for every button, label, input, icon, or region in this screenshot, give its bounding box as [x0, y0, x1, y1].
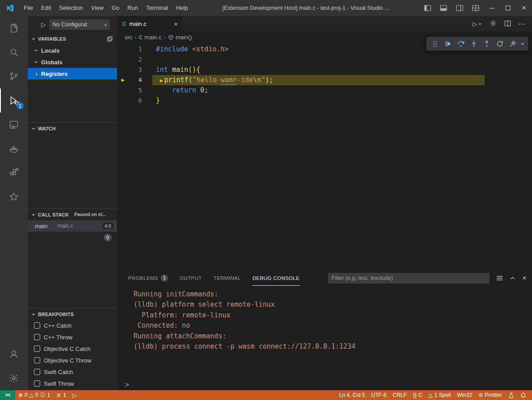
breakpoint-item[interactable]: C++ Catch [28, 320, 117, 331]
menu-lines-icon[interactable] [496, 275, 503, 281]
problems-status[interactable]: ⊗0 △0 ⓘ1 [15, 390, 53, 400]
start-debug-icon[interactable]: ▷ [41, 21, 46, 28]
code-line[interactable]: 2 [117, 54, 532, 65]
code-line[interactable]: ▶4 ▶printf("hello wamr-ide\n"); [117, 75, 532, 85]
breakpoints-section-header[interactable]: › BREAKPOINTS [28, 308, 117, 320]
explorer-icon[interactable] [0, 16, 28, 40]
close-button[interactable]: × [516, 0, 532, 16]
breakpoint-checkbox[interactable] [34, 346, 40, 352]
console-output[interactable]: Running initCommands:(lldb) platform sel… [117, 286, 532, 379]
search-icon[interactable] [0, 40, 28, 64]
variables-item-registers[interactable]: ›Registers [28, 68, 117, 79]
breakpoint-gutter[interactable] [117, 65, 129, 75]
console-input[interactable]: > [117, 379, 532, 390]
breadcrumb-item[interactable]: Cmain.c [139, 34, 162, 41]
chevron-up-icon[interactable] [510, 276, 515, 280]
maximize-button[interactable] [500, 0, 516, 16]
step-out-button[interactable] [481, 38, 493, 50]
menu-view[interactable]: View [87, 0, 108, 16]
code-editor[interactable]: 1#include <stdio.h>23int main(){▶4 ▶prin… [117, 43, 532, 270]
menu-terminal[interactable]: Terminal [142, 0, 172, 16]
disconnect-button[interactable] [507, 38, 519, 50]
formatter-status[interactable]: ⊘Prettier [475, 390, 505, 400]
menu-edit[interactable]: Edit [37, 0, 55, 16]
settings-gear-icon[interactable] [0, 366, 28, 390]
variables-item-globals[interactable]: ›Globals [28, 56, 117, 68]
notifications-bell[interactable] [517, 390, 529, 400]
breadcrumb-item[interactable]: main() [168, 34, 192, 41]
close-tab-icon[interactable]: × [174, 20, 178, 28]
console-filter-input[interactable] [328, 273, 490, 283]
menu-help[interactable]: Help [172, 0, 192, 16]
watch-section-header[interactable]: › WATCH [28, 122, 117, 134]
star-icon[interactable] [0, 185, 28, 209]
menu-run[interactable]: Run [123, 0, 142, 16]
docker-icon[interactable] [0, 137, 28, 161]
source-control-icon[interactable] [0, 64, 28, 88]
drag-handle[interactable] [429, 38, 441, 50]
run-and-debug-icon[interactable]: 1 [0, 88, 28, 112]
panel-tab-terminal[interactable]: TERMINAL [214, 271, 241, 286]
encoding-indicator[interactable]: UTF-8 [368, 390, 390, 400]
extensions-icon[interactable] [0, 161, 28, 185]
toggle-panel-button[interactable] [436, 0, 452, 16]
run-file-button[interactable]: ▷ [473, 21, 482, 27]
breakpoint-item[interactable]: Objective C Throw [28, 354, 117, 366]
menu-selection[interactable]: Selection [55, 0, 87, 16]
chevron-down-icon[interactable] [520, 42, 525, 46]
breadcrumb-item[interactable]: src [125, 34, 132, 41]
tab-main-c[interactable]: C main.c × [117, 16, 182, 32]
more-actions-icon[interactable]: ··· [519, 21, 526, 27]
remote-indicator[interactable]: >< [0, 390, 15, 400]
current-line-arrow-icon[interactable]: ▶ [117, 75, 129, 85]
remote-explorer-icon[interactable] [0, 112, 28, 137]
code-line[interactable]: 3int main(){ [117, 65, 532, 75]
panel-tab-output[interactable]: OUTPUT [180, 271, 202, 286]
breakpoint-item[interactable]: C++ Throw [28, 331, 117, 343]
toolchain-status[interactable]: 1 [53, 390, 69, 400]
panel-tab-debug-console[interactable]: DEBUG CONSOLE [252, 271, 300, 286]
breakpoint-checkbox[interactable] [34, 334, 40, 340]
breakpoint-gutter[interactable] [117, 54, 129, 65]
breakpoint-checkbox[interactable] [34, 322, 40, 329]
launch-configuration-dropdown[interactable]: No Configurat ∨ [49, 19, 110, 30]
eol-indicator[interactable]: CRLF [390, 390, 410, 400]
breakpoint-gutter[interactable] [117, 96, 129, 106]
breakpoint-checkbox[interactable] [34, 357, 40, 363]
toggle-sidebar-button[interactable] [419, 0, 436, 16]
debug-target-status[interactable]: ▷ [69, 390, 80, 400]
copy-icon[interactable] [107, 36, 113, 42]
spell-checker-status[interactable]: △1 Spell [425, 390, 454, 400]
gear-icon[interactable] [490, 20, 497, 28]
accounts-icon[interactable] [0, 342, 28, 366]
variables-section-header[interactable]: › VARIABLES [28, 33, 117, 45]
step-into-button[interactable] [468, 38, 480, 50]
breakpoint-item[interactable]: Swift Throw [28, 378, 117, 389]
menu-file[interactable]: File [20, 0, 37, 16]
restart-button[interactable] [494, 38, 506, 50]
toggle-secondary-sidebar-button[interactable] [452, 0, 468, 16]
code-line[interactable]: 6} [117, 96, 532, 106]
customize-layout-button[interactable] [468, 0, 484, 16]
breakpoint-checkbox[interactable] [34, 369, 40, 375]
step-over-button[interactable] [455, 38, 467, 50]
continue-button[interactable] [442, 38, 454, 50]
code-line[interactable]: 5 return 0; [117, 85, 532, 96]
variables-item-locals[interactable]: ›Locals [28, 45, 117, 56]
cursor-position[interactable]: Ln 4, Col 5 [336, 390, 368, 400]
language-mode[interactable]: {}C [410, 390, 426, 400]
breakpoint-item[interactable]: Swift Catch [28, 366, 117, 378]
menu-go[interactable]: Go [108, 0, 123, 16]
platform-indicator[interactable]: Win32 [454, 390, 475, 400]
stack-frame-row[interactable]: main main.c 4:5 [28, 220, 117, 232]
minimize-button[interactable] [484, 0, 500, 16]
breakpoint-checkbox[interactable] [34, 380, 40, 387]
split-editor-icon[interactable] [504, 20, 511, 28]
close-panel-icon[interactable]: × [522, 274, 527, 283]
breakpoint-gutter[interactable] [117, 44, 129, 54]
breakpoint-gutter[interactable] [117, 85, 129, 96]
breakpoint-item[interactable]: Objective C Catch [28, 343, 117, 354]
panel-tab-problems[interactable]: PROBLEMS1 [128, 271, 168, 286]
call-stack-section-header[interactable]: › CALL STACK Paused on st... [28, 208, 117, 220]
beaker-status[interactable] [505, 390, 517, 400]
